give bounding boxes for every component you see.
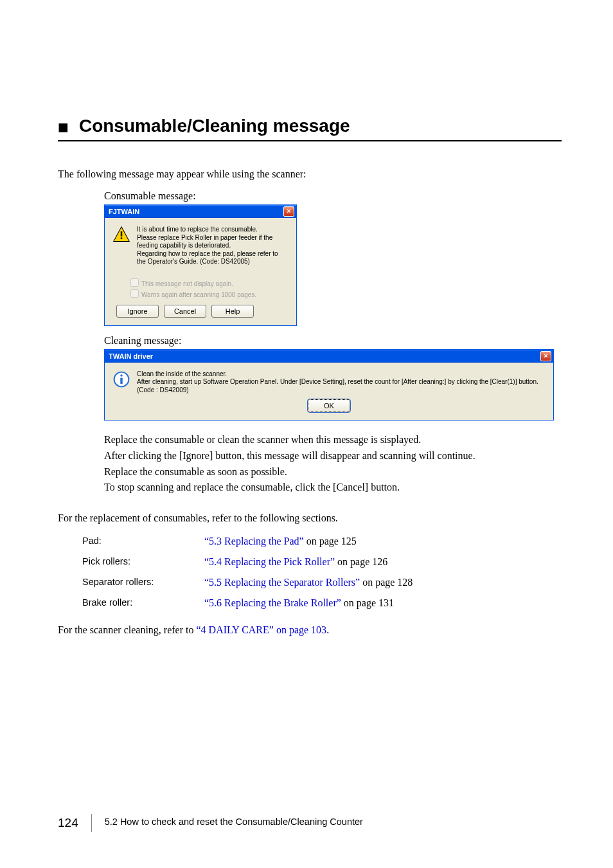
checkbox-no-display[interactable]: This message not display again. bbox=[130, 278, 289, 287]
cleaning-caption: Cleaning message: bbox=[104, 335, 562, 347]
ref-label: Brake roller: bbox=[82, 597, 204, 609]
dialog-checkboxes: This message not display again. Warns ag… bbox=[130, 278, 289, 298]
table-row: Pad: “5.3 Replacing the Pad” on page 125 bbox=[82, 536, 562, 547]
ref-link[interactable]: “4 DAILY CARE” on page 103 bbox=[196, 624, 326, 635]
ref-link[interactable]: “5.6 Replacing the Brake Roller” bbox=[204, 597, 341, 608]
close-icon[interactable]: × bbox=[283, 206, 294, 217]
table-row: Separator rollers: “5.5 Replacing the Se… bbox=[82, 577, 562, 588]
explain-line: After clicking the [Ignore] button, this… bbox=[104, 448, 562, 464]
footer-caption: 5.2 How to check and reset the Consumabl… bbox=[105, 817, 363, 827]
square-bullet-icon: ■ bbox=[58, 118, 69, 136]
dialog-titlebar: FJTWAIN × bbox=[105, 205, 296, 218]
intro-text: The following message may appear while u… bbox=[58, 168, 562, 180]
dialog-message: Clean the inside of the scanner. After c… bbox=[137, 370, 538, 395]
svg-rect-5 bbox=[120, 377, 123, 384]
cleaning-dialog: TWAIN driver × Clean the inside of the s… bbox=[104, 349, 554, 421]
table-row: Pick rollers: “5.4 Replacing the Pick Ro… bbox=[82, 556, 562, 568]
ref-link[interactable]: “5.5 Replacing the Separator Rollers” bbox=[204, 577, 360, 588]
ref-value: “5.4 Replacing the Pick Roller” on page … bbox=[204, 556, 387, 568]
ref-value: “5.5 Replacing the Separator Rollers” on… bbox=[204, 577, 413, 588]
explain-line: To stop scanning and replace the consuma… bbox=[104, 480, 562, 496]
reference-table: Pad: “5.3 Replacing the Pad” on page 125… bbox=[82, 536, 562, 609]
checkbox-warn-again[interactable]: Warns again after scanning 1000 pages. bbox=[130, 289, 289, 298]
explain-line: Replace the consumable or clean the scan… bbox=[104, 432, 562, 448]
svg-point-4 bbox=[120, 374, 123, 377]
dialog-message: It is about time to replace the consumab… bbox=[137, 226, 289, 266]
consumable-caption: Consumable message: bbox=[104, 190, 562, 202]
ref-label: Pick rollers: bbox=[82, 556, 204, 568]
page-footer: 124 5.2 How to check and reset the Consu… bbox=[58, 814, 363, 832]
dialog-titlebar: TWAIN driver × bbox=[105, 350, 553, 363]
section-heading: ■ Consumable/Cleaning message bbox=[58, 116, 562, 141]
dialog-title: FJTWAIN bbox=[109, 208, 139, 215]
table-row: Brake roller: “5.6 Replacing the Brake R… bbox=[82, 597, 562, 609]
ref-link[interactable]: “5.4 Replacing the Pick Roller” bbox=[204, 556, 335, 567]
ref-value: “5.3 Replacing the Pad” on page 125 bbox=[204, 536, 357, 547]
ignore-button[interactable]: Ignore bbox=[116, 305, 159, 318]
cleaning-ref: For the scanner cleaning, refer to “4 DA… bbox=[58, 624, 562, 636]
dialog-title: TWAIN driver bbox=[109, 352, 153, 360]
page-number: 124 bbox=[58, 816, 78, 830]
warning-icon bbox=[112, 226, 130, 244]
help-button[interactable]: Help bbox=[211, 305, 254, 318]
consumable-dialog: FJTWAIN × It is about time to replace th… bbox=[104, 204, 297, 326]
info-icon bbox=[112, 370, 130, 388]
explanation-block: Replace the consumable or clean the scan… bbox=[104, 432, 562, 496]
close-icon[interactable]: × bbox=[540, 351, 551, 361]
ref-value: “5.6 Replacing the Brake Roller” on page… bbox=[204, 597, 394, 609]
explain-line: Replace the consumable as soon as possib… bbox=[104, 464, 562, 480]
ref-intro: For the replacement of consumables, refe… bbox=[58, 512, 562, 524]
cancel-button[interactable]: Cancel bbox=[164, 305, 206, 318]
svg-rect-2 bbox=[121, 237, 122, 239]
ref-label: Pad: bbox=[82, 536, 204, 547]
ref-link[interactable]: “5.3 Replacing the Pad” bbox=[204, 536, 304, 547]
heading-text: Consumable/Cleaning message bbox=[79, 116, 350, 136]
svg-rect-1 bbox=[121, 231, 122, 237]
ref-label: Separator rollers: bbox=[82, 577, 204, 588]
ok-button[interactable]: OK bbox=[308, 399, 350, 412]
footer-divider bbox=[91, 814, 92, 832]
